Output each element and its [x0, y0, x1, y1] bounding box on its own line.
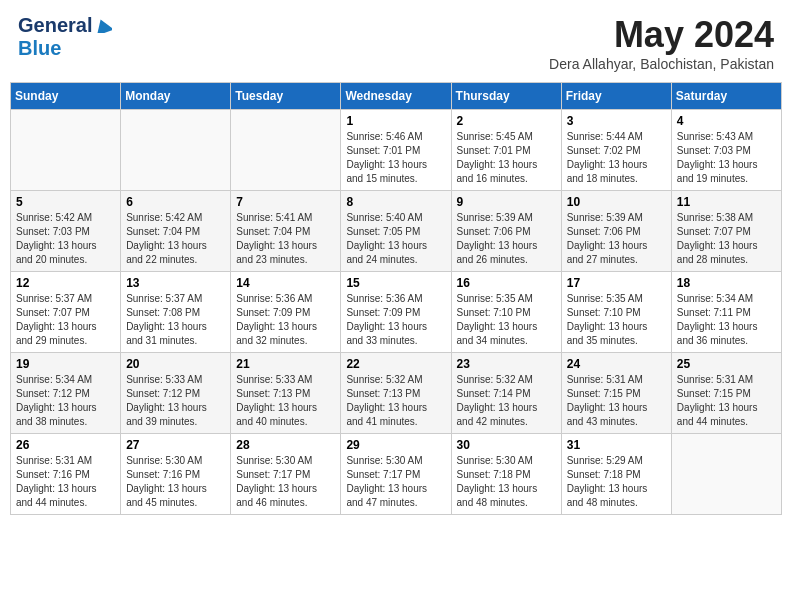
calendar-cell: 2Sunrise: 5:45 AMSunset: 7:01 PMDaylight… [451, 110, 561, 191]
calendar-cell: 11Sunrise: 5:38 AMSunset: 7:07 PMDayligh… [671, 191, 781, 272]
day-info: Sunrise: 5:30 AMSunset: 7:17 PMDaylight:… [346, 454, 445, 510]
day-number: 4 [677, 114, 776, 128]
calendar-cell: 31Sunrise: 5:29 AMSunset: 7:18 PMDayligh… [561, 434, 671, 515]
day-info: Sunrise: 5:34 AMSunset: 7:11 PMDaylight:… [677, 292, 776, 348]
calendar-cell: 30Sunrise: 5:30 AMSunset: 7:18 PMDayligh… [451, 434, 561, 515]
day-info: Sunrise: 5:33 AMSunset: 7:13 PMDaylight:… [236, 373, 335, 429]
location-text: Dera Allahyar, Balochistan, Pakistan [549, 56, 774, 72]
day-info: Sunrise: 5:30 AMSunset: 7:17 PMDaylight:… [236, 454, 335, 510]
calendar-week-2: 5Sunrise: 5:42 AMSunset: 7:03 PMDaylight… [11, 191, 782, 272]
calendar-cell: 3Sunrise: 5:44 AMSunset: 7:02 PMDaylight… [561, 110, 671, 191]
day-info: Sunrise: 5:35 AMSunset: 7:10 PMDaylight:… [567, 292, 666, 348]
day-number: 29 [346, 438, 445, 452]
day-info: Sunrise: 5:30 AMSunset: 7:18 PMDaylight:… [457, 454, 556, 510]
day-info: Sunrise: 5:39 AMSunset: 7:06 PMDaylight:… [457, 211, 556, 267]
svg-marker-0 [94, 19, 112, 33]
calendar-cell: 20Sunrise: 5:33 AMSunset: 7:12 PMDayligh… [121, 353, 231, 434]
day-number: 17 [567, 276, 666, 290]
day-info: Sunrise: 5:34 AMSunset: 7:12 PMDaylight:… [16, 373, 115, 429]
day-number: 27 [126, 438, 225, 452]
day-number: 6 [126, 195, 225, 209]
day-number: 13 [126, 276, 225, 290]
day-info: Sunrise: 5:39 AMSunset: 7:06 PMDaylight:… [567, 211, 666, 267]
day-info: Sunrise: 5:38 AMSunset: 7:07 PMDaylight:… [677, 211, 776, 267]
calendar-cell: 24Sunrise: 5:31 AMSunset: 7:15 PMDayligh… [561, 353, 671, 434]
day-number: 3 [567, 114, 666, 128]
day-info: Sunrise: 5:29 AMSunset: 7:18 PMDaylight:… [567, 454, 666, 510]
day-info: Sunrise: 5:32 AMSunset: 7:13 PMDaylight:… [346, 373, 445, 429]
logo-blue: Blue [18, 37, 61, 59]
calendar-cell [121, 110, 231, 191]
day-number: 24 [567, 357, 666, 371]
col-header-saturday: Saturday [671, 83, 781, 110]
day-number: 23 [457, 357, 556, 371]
col-header-thursday: Thursday [451, 83, 561, 110]
day-info: Sunrise: 5:30 AMSunset: 7:16 PMDaylight:… [126, 454, 225, 510]
calendar-cell [231, 110, 341, 191]
day-info: Sunrise: 5:41 AMSunset: 7:04 PMDaylight:… [236, 211, 335, 267]
calendar-cell: 22Sunrise: 5:32 AMSunset: 7:13 PMDayligh… [341, 353, 451, 434]
calendar-cell: 21Sunrise: 5:33 AMSunset: 7:13 PMDayligh… [231, 353, 341, 434]
day-info: Sunrise: 5:42 AMSunset: 7:03 PMDaylight:… [16, 211, 115, 267]
calendar-cell: 25Sunrise: 5:31 AMSunset: 7:15 PMDayligh… [671, 353, 781, 434]
calendar-cell: 4Sunrise: 5:43 AMSunset: 7:03 PMDaylight… [671, 110, 781, 191]
day-number: 10 [567, 195, 666, 209]
day-number: 18 [677, 276, 776, 290]
day-info: Sunrise: 5:36 AMSunset: 7:09 PMDaylight:… [236, 292, 335, 348]
calendar-header-row: SundayMondayTuesdayWednesdayThursdayFrid… [11, 83, 782, 110]
calendar-cell: 10Sunrise: 5:39 AMSunset: 7:06 PMDayligh… [561, 191, 671, 272]
day-info: Sunrise: 5:35 AMSunset: 7:10 PMDaylight:… [457, 292, 556, 348]
day-info: Sunrise: 5:31 AMSunset: 7:15 PMDaylight:… [677, 373, 776, 429]
day-number: 26 [16, 438, 115, 452]
calendar-cell: 29Sunrise: 5:30 AMSunset: 7:17 PMDayligh… [341, 434, 451, 515]
calendar-cell: 18Sunrise: 5:34 AMSunset: 7:11 PMDayligh… [671, 272, 781, 353]
day-info: Sunrise: 5:43 AMSunset: 7:03 PMDaylight:… [677, 130, 776, 186]
day-info: Sunrise: 5:45 AMSunset: 7:01 PMDaylight:… [457, 130, 556, 186]
day-info: Sunrise: 5:33 AMSunset: 7:12 PMDaylight:… [126, 373, 225, 429]
day-info: Sunrise: 5:31 AMSunset: 7:16 PMDaylight:… [16, 454, 115, 510]
day-number: 28 [236, 438, 335, 452]
col-header-tuesday: Tuesday [231, 83, 341, 110]
day-info: Sunrise: 5:37 AMSunset: 7:08 PMDaylight:… [126, 292, 225, 348]
title-block: May 2024 Dera Allahyar, Balochistan, Pak… [549, 14, 774, 72]
day-info: Sunrise: 5:37 AMSunset: 7:07 PMDaylight:… [16, 292, 115, 348]
day-info: Sunrise: 5:32 AMSunset: 7:14 PMDaylight:… [457, 373, 556, 429]
calendar-week-5: 26Sunrise: 5:31 AMSunset: 7:16 PMDayligh… [11, 434, 782, 515]
col-header-friday: Friday [561, 83, 671, 110]
day-number: 19 [16, 357, 115, 371]
calendar-cell: 26Sunrise: 5:31 AMSunset: 7:16 PMDayligh… [11, 434, 121, 515]
calendar-cell: 23Sunrise: 5:32 AMSunset: 7:14 PMDayligh… [451, 353, 561, 434]
logo: General Blue [18, 14, 112, 60]
calendar-cell: 5Sunrise: 5:42 AMSunset: 7:03 PMDaylight… [11, 191, 121, 272]
day-info: Sunrise: 5:46 AMSunset: 7:01 PMDaylight:… [346, 130, 445, 186]
calendar-cell: 17Sunrise: 5:35 AMSunset: 7:10 PMDayligh… [561, 272, 671, 353]
calendar-week-1: 1Sunrise: 5:46 AMSunset: 7:01 PMDaylight… [11, 110, 782, 191]
day-info: Sunrise: 5:40 AMSunset: 7:05 PMDaylight:… [346, 211, 445, 267]
calendar-cell: 28Sunrise: 5:30 AMSunset: 7:17 PMDayligh… [231, 434, 341, 515]
month-title: May 2024 [549, 14, 774, 56]
calendar-cell: 14Sunrise: 5:36 AMSunset: 7:09 PMDayligh… [231, 272, 341, 353]
calendar-table: SundayMondayTuesdayWednesdayThursdayFrid… [10, 82, 782, 515]
col-header-sunday: Sunday [11, 83, 121, 110]
day-number: 14 [236, 276, 335, 290]
calendar-cell: 16Sunrise: 5:35 AMSunset: 7:10 PMDayligh… [451, 272, 561, 353]
day-number: 12 [16, 276, 115, 290]
calendar-cell: 12Sunrise: 5:37 AMSunset: 7:07 PMDayligh… [11, 272, 121, 353]
col-header-wednesday: Wednesday [341, 83, 451, 110]
calendar-cell: 19Sunrise: 5:34 AMSunset: 7:12 PMDayligh… [11, 353, 121, 434]
day-info: Sunrise: 5:42 AMSunset: 7:04 PMDaylight:… [126, 211, 225, 267]
day-number: 5 [16, 195, 115, 209]
calendar-week-3: 12Sunrise: 5:37 AMSunset: 7:07 PMDayligh… [11, 272, 782, 353]
page-header: General Blue May 2024 Dera Allahyar, Bal… [10, 10, 782, 76]
calendar-cell: 13Sunrise: 5:37 AMSunset: 7:08 PMDayligh… [121, 272, 231, 353]
day-number: 16 [457, 276, 556, 290]
day-number: 15 [346, 276, 445, 290]
day-number: 9 [457, 195, 556, 209]
day-number: 22 [346, 357, 445, 371]
day-info: Sunrise: 5:31 AMSunset: 7:15 PMDaylight:… [567, 373, 666, 429]
day-number: 21 [236, 357, 335, 371]
logo-general: General [18, 14, 92, 36]
day-number: 11 [677, 195, 776, 209]
day-number: 30 [457, 438, 556, 452]
day-number: 7 [236, 195, 335, 209]
